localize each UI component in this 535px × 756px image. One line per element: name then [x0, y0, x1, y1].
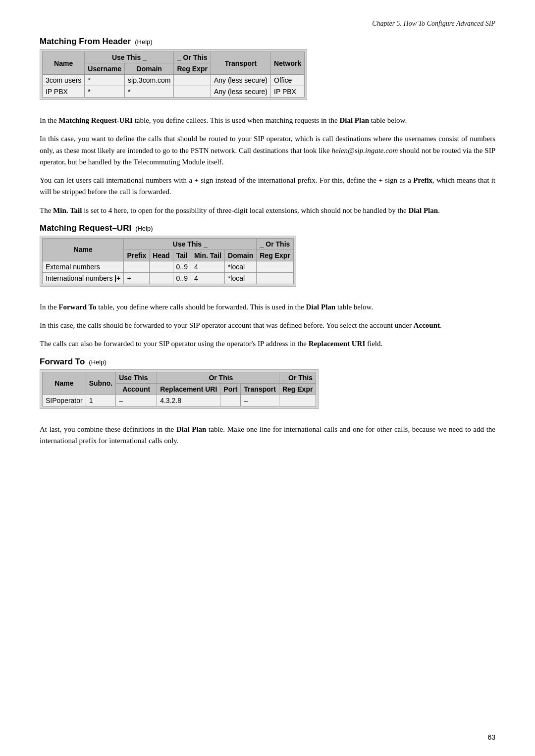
- table-row: External numbers 0..9 4 *local: [43, 261, 294, 272]
- matching-from-header-section: Matching From Header (Help) Name Use Thi…: [40, 37, 495, 104]
- mru-col-name: Name: [43, 238, 124, 261]
- matching-request-uri-section: Matching Request–URI (Help) Name Use Thi…: [40, 223, 495, 291]
- ft-col-transport: Transport: [241, 383, 279, 395]
- matching-request-uri-table-container: Name Use This _ _ Or This Prefix Head Ta…: [40, 236, 296, 287]
- mfh-row2-username: *: [85, 86, 125, 98]
- matching-from-header-label: Matching From Header: [40, 37, 131, 47]
- forward-to-table: Name Subno. Use This _ _ Or This _ Or Th…: [42, 372, 316, 406]
- table-row: IP PBX * * Any (less secure) IP PBX: [43, 86, 305, 98]
- paragraph-2: In this case, you want to define the cal…: [40, 133, 495, 168]
- ft-col-or-this1: _ Or This: [157, 372, 279, 383]
- ft-row1-replacement-uri: 4.3.2.8: [157, 395, 220, 406]
- mfh-row1-reg-expr: [174, 75, 211, 86]
- table-row: SIPoperator 1 – 4.3.2.8 –: [43, 395, 316, 406]
- mfh-col-reg-expr: Reg Expr: [174, 63, 211, 75]
- mfh-row2-network: IP PBX: [271, 86, 305, 98]
- matching-from-header-table-container: Name Use This _ _ Or This Transport Netw…: [40, 49, 307, 100]
- mfh-row1-network: Office: [271, 75, 305, 86]
- mru-row1-domain: *local: [224, 261, 256, 272]
- mru-col-tail: Tail: [173, 250, 191, 261]
- paragraph-6: In this case, the calls should be forwar…: [40, 320, 495, 331]
- paragraph-7: The calls can also be forwarded to your …: [40, 338, 495, 350]
- ft-col-subno: Subno.: [86, 372, 115, 395]
- mru-row2-min-tail: 4: [191, 272, 224, 284]
- mru-col-reg-expr: Reg Expr: [257, 250, 293, 261]
- ft-row1-port: [220, 395, 241, 406]
- ft-col-use-this: Use This _: [116, 372, 157, 383]
- ft-col-account: Account: [116, 383, 157, 395]
- mfh-col-domain: Domain: [125, 63, 174, 75]
- mfh-row1-username: *: [85, 75, 125, 86]
- paragraph-8: At last, you combine these definitions i…: [40, 424, 495, 447]
- ft-col-name: Name: [43, 372, 86, 395]
- mru-col-min-tail: Min. Tail: [191, 250, 224, 261]
- mfh-col-use-this: Use This _: [85, 52, 174, 63]
- ft-col-replacement-uri: Replacement URI: [157, 383, 220, 395]
- ft-row1-subno: 1: [86, 395, 115, 406]
- paragraph-5: In the Forward To table, you define wher…: [40, 302, 495, 313]
- mfh-col-name: Name: [43, 52, 85, 75]
- forward-to-help[interactable]: (Help): [89, 358, 106, 366]
- forward-to-title: Forward To (Help): [40, 357, 495, 367]
- ft-row1-name: SIPoperator: [43, 395, 86, 406]
- ft-row1-reg-expr: [279, 395, 316, 406]
- page-number: 63: [487, 733, 495, 741]
- matching-request-uri-table: Name Use This _ _ Or This Prefix Head Ta…: [42, 238, 294, 284]
- paragraph-4: The Min. Tail is set to 4 here, to open …: [40, 205, 495, 216]
- mru-col-use-this: Use This _: [124, 238, 257, 250]
- mru-row2-name: International numbers |+: [43, 272, 124, 284]
- mru-row1-min-tail: 4: [191, 261, 224, 272]
- mru-row1-prefix: [124, 261, 150, 272]
- mfh-col-or-this: _ Or This: [174, 52, 211, 63]
- paragraph-1: In the Matching Request-URI table, you d…: [40, 115, 495, 126]
- forward-to-table-container: Name Subno. Use This _ _ Or This _ Or Th…: [40, 369, 319, 409]
- forward-to-section: Forward To (Help) Name Subno. Use This _…: [40, 357, 495, 413]
- mfh-row1-name: 3com users: [43, 75, 85, 86]
- mfh-row2-name: IP PBX: [43, 86, 85, 98]
- paragraph-3: You can let users call international num…: [40, 175, 495, 198]
- mfh-col-network: Network: [271, 52, 305, 75]
- matching-from-header-table: Name Use This _ _ Or This Transport Netw…: [42, 51, 305, 98]
- mru-col-or-this: _ Or This: [257, 238, 293, 250]
- mru-row2-tail: 0..9: [173, 272, 191, 284]
- matching-request-uri-label: Matching Request–URI: [40, 223, 131, 233]
- mru-row2-head: [150, 272, 173, 284]
- matching-request-uri-help[interactable]: (Help): [135, 225, 153, 232]
- chapter-header: Chapter 5. How To Configure Advanced SIP: [40, 20, 495, 28]
- mfh-row2-domain: *: [125, 86, 174, 98]
- mru-row2-domain: *local: [224, 272, 256, 284]
- mfh-col-transport: Transport: [211, 52, 270, 75]
- matching-from-header-help[interactable]: (Help): [135, 38, 152, 46]
- mfh-col-username: Username: [85, 63, 125, 75]
- mru-row1-tail: 0..9: [173, 261, 191, 272]
- mru-row2-prefix: +: [124, 272, 150, 284]
- mfh-row2-reg-expr: [174, 86, 211, 98]
- mru-col-prefix: Prefix: [124, 250, 150, 261]
- forward-to-label: Forward To: [40, 357, 85, 367]
- ft-col-or-this2: _ Or This: [279, 372, 316, 383]
- table-row: 3com users * sip.3com.com Any (less secu…: [43, 75, 305, 86]
- mru-row2-reg-expr: [257, 272, 293, 284]
- mfh-row2-transport: Any (less secure): [211, 86, 270, 98]
- matching-from-header-title: Matching From Header (Help): [40, 37, 495, 47]
- ft-col-port: Port: [220, 383, 241, 395]
- mfh-row1-domain: sip.3com.com: [125, 75, 174, 86]
- ft-col-reg-expr: Reg Expr: [279, 383, 316, 395]
- ft-row1-account: –: [116, 395, 157, 406]
- table-row: International numbers |+ + 0..9 4 *local: [43, 272, 294, 284]
- mru-col-domain: Domain: [224, 250, 256, 261]
- mru-col-head: Head: [150, 250, 173, 261]
- matching-request-uri-title: Matching Request–URI (Help): [40, 223, 495, 233]
- mru-row1-reg-expr: [257, 261, 293, 272]
- mru-row1-name: External numbers: [43, 261, 124, 272]
- mru-row1-head: [150, 261, 173, 272]
- mfh-row1-transport: Any (less secure): [211, 75, 270, 86]
- ft-row1-transport: –: [241, 395, 279, 406]
